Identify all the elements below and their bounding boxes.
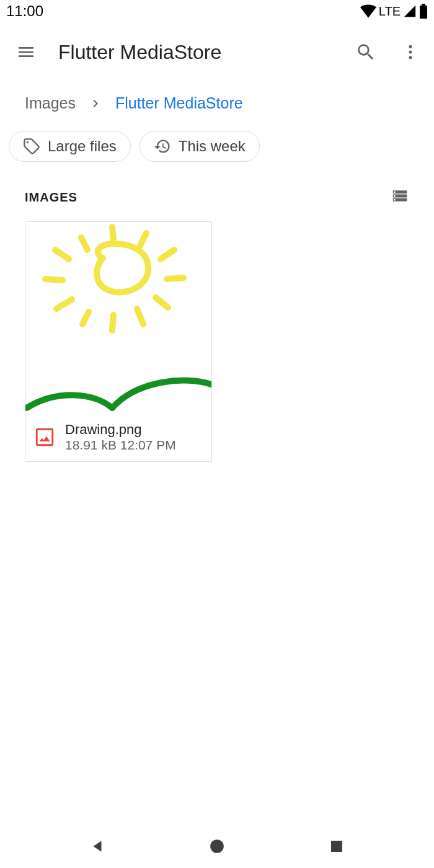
nav-recent-icon bbox=[329, 839, 344, 854]
svg-point-2 bbox=[409, 45, 412, 48]
image-file-icon bbox=[34, 427, 55, 448]
system-nav-bar bbox=[0, 825, 434, 868]
svg-point-3 bbox=[409, 51, 412, 54]
file-grid: Drawing.png 18.91 kB 12:07 PM bbox=[0, 221, 434, 462]
svg-rect-0 bbox=[420, 6, 427, 19]
page-title: Flutter MediaStore bbox=[58, 41, 351, 64]
breadcrumb: Images Flutter MediaStore bbox=[0, 82, 434, 125]
wifi-icon bbox=[360, 4, 376, 18]
file-meta: 18.91 kB 12:07 PM bbox=[65, 438, 176, 453]
more-options-button[interactable] bbox=[396, 37, 425, 67]
filter-chips: Large files This week bbox=[0, 125, 434, 177]
status-indicators: LTE bbox=[360, 4, 428, 19]
chip-label: This week bbox=[179, 138, 246, 155]
file-thumbnail bbox=[25, 222, 211, 413]
history-icon bbox=[154, 138, 171, 155]
file-size: 18.91 kB bbox=[65, 438, 117, 452]
signal-icon bbox=[403, 4, 417, 18]
nav-back-button[interactable] bbox=[87, 836, 107, 856]
chevron-right-icon bbox=[88, 96, 103, 111]
battery-icon bbox=[419, 4, 428, 19]
section-header: IMAGES bbox=[0, 177, 434, 221]
filter-chip-large-files[interactable]: Large files bbox=[9, 131, 131, 162]
file-name: Drawing.png bbox=[65, 422, 176, 438]
svg-rect-11 bbox=[331, 841, 342, 852]
filter-chip-this-week[interactable]: This week bbox=[140, 131, 260, 162]
file-info: Drawing.png 18.91 kB 12:07 PM bbox=[25, 413, 211, 461]
breadcrumb-current[interactable]: Flutter MediaStore bbox=[115, 94, 243, 112]
svg-rect-7 bbox=[394, 195, 396, 197]
nav-recent-button[interactable] bbox=[327, 836, 347, 856]
list-view-button[interactable] bbox=[391, 187, 409, 208]
search-button[interactable] bbox=[351, 37, 381, 67]
svg-point-4 bbox=[409, 56, 412, 59]
breadcrumb-root[interactable]: Images bbox=[25, 94, 76, 112]
nav-home-button[interactable] bbox=[207, 836, 227, 856]
status-bar: 11:00 LTE bbox=[0, 0, 434, 22]
nav-back-icon bbox=[89, 838, 105, 854]
nav-home-icon bbox=[209, 838, 225, 854]
search-icon bbox=[355, 42, 376, 63]
chip-label: Large files bbox=[48, 138, 117, 155]
svg-rect-9 bbox=[37, 429, 53, 445]
app-bar: Flutter MediaStore bbox=[0, 22, 434, 82]
list-view-icon bbox=[391, 187, 409, 205]
svg-rect-1 bbox=[422, 4, 425, 6]
section-title: IMAGES bbox=[25, 190, 78, 205]
menu-icon bbox=[16, 42, 36, 62]
hamburger-menu-button[interactable] bbox=[9, 35, 43, 69]
more-vert-icon bbox=[401, 43, 420, 61]
tag-icon bbox=[23, 138, 40, 155]
file-card[interactable]: Drawing.png 18.91 kB 12:07 PM bbox=[25, 221, 212, 462]
svg-rect-8 bbox=[394, 199, 396, 201]
svg-point-10 bbox=[210, 839, 224, 853]
network-label: LTE bbox=[379, 4, 401, 19]
svg-point-5 bbox=[27, 141, 29, 144]
file-time: 12:07 PM bbox=[120, 438, 176, 452]
status-time: 11:00 bbox=[6, 2, 43, 20]
svg-rect-6 bbox=[394, 192, 396, 193]
